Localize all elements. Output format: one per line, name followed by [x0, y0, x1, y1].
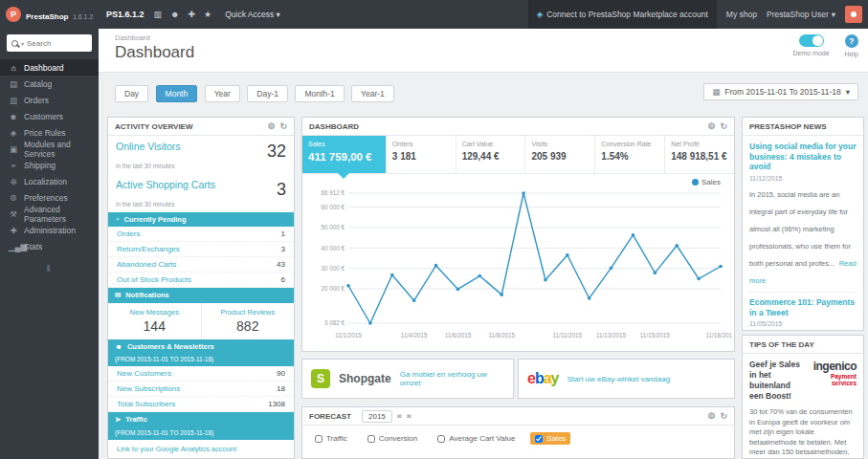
online-visitors-sub: in the last 30 minutes	[108, 163, 294, 174]
sidebar-item-orders[interactable]: ▥ Orders	[0, 92, 99, 108]
gear-icon[interactable]: ⚙	[707, 411, 715, 421]
online-visitors-label[interactable]: Online Visitors	[116, 142, 181, 153]
news-article-title-link[interactable]: Ecommerce 101: Payments in a Tweet	[749, 297, 857, 317]
shop-name[interactable]: PS1.6.1.2	[106, 10, 145, 19]
kpi-sales[interactable]: Sales 411 759,00 €	[302, 136, 387, 173]
sidebar-item-stats[interactable]: ▁▄▆ Stats	[0, 238, 99, 254]
activity-overview-panel: ACTIVITY OVERVIEW ⚙ ↻ Online Visitors 32…	[107, 117, 295, 459]
range-button-day-1[interactable]: Day-1	[247, 85, 288, 102]
caret-down-icon: ▾	[832, 10, 835, 19]
kpi-net-profit[interactable]: Net Profit 148 918,51 €	[665, 136, 734, 173]
prev-year-icon[interactable]: «	[397, 411, 402, 421]
demo-mode-toggle[interactable]	[799, 34, 824, 47]
shopgate-promo-link[interactable]: Ga mobiel en verhoog uw omzet	[400, 370, 504, 387]
date-range-toolbar: Day Month Year Day-1 Month-1 Year-1 ▦ Fr…	[99, 73, 868, 117]
sales-line-chart[interactable]: 66 912 €60 000 €50 000 €40 000 €30 000 €…	[304, 182, 732, 346]
forecast-legend-average-cart-value[interactable]: Average Cart Value	[433, 432, 520, 445]
traffic-checkbox[interactable]	[315, 435, 323, 443]
tips-panel-title: TIPS OF THE DAY	[749, 340, 814, 349]
sidebar-item-localization[interactable]: ⊕ Localization	[0, 173, 99, 189]
sidebar-item-dashboard[interactable]: ⌂ Dashboard	[0, 59, 99, 76]
sidebar-item-advanced-parameters[interactable]: ⚒ Advanced Parameters	[0, 206, 99, 222]
row-value: 43	[277, 260, 285, 269]
pending-row-abandoned-carts[interactable]: Abandoned Carts 43	[108, 257, 294, 273]
sidebar-collapse-button[interactable]: ‖	[0, 264, 99, 273]
topbar-right: ◈ Connect to PrestaShop Marketplace acco…	[528, 0, 868, 29]
shopgate-name: Shopgate	[339, 372, 391, 385]
conversion-checkbox[interactable]	[367, 435, 375, 443]
add-icon[interactable]: ✚	[189, 10, 196, 19]
sidebar-item-shipping[interactable]: ➢ Shipping	[0, 157, 99, 173]
forecast-panel-title: FORECAST	[309, 412, 351, 421]
globe-icon: ⊕	[9, 177, 18, 186]
quick-access-menu[interactable]: Quick Access ▾	[225, 10, 280, 19]
user-menu[interactable]: PrestaShop User ▾	[767, 10, 835, 19]
user-avatar[interactable]	[845, 6, 862, 23]
range-button-day[interactable]: Day	[115, 85, 148, 102]
gear-icon[interactable]: ⚙	[267, 121, 275, 131]
product-reviews-block[interactable]: Product Reviews 882	[201, 303, 295, 339]
sidebar-item-modules[interactable]: ▣ Modules and Services	[0, 141, 99, 157]
active-carts-value: 3	[277, 180, 286, 200]
tips-body: Geef je Sales in het buitenland een Boos…	[743, 354, 863, 459]
kpi-visits[interactable]: Visits 205 939	[525, 136, 595, 173]
refresh-icon[interactable]: ↻	[720, 121, 727, 131]
sidebar-item-preferences[interactable]: ⚙ Preferences	[0, 189, 99, 206]
sidebar-search[interactable]: ▾	[7, 34, 92, 52]
sidebar-item-label: Localization	[24, 177, 67, 186]
range-button-year[interactable]: Year	[205, 85, 240, 102]
kpi-orders[interactable]: Orders 3 181	[387, 136, 456, 173]
sidebar-item-price-rules[interactable]: ◈ Price Rules	[0, 124, 99, 141]
gear-icon[interactable]: ⚙	[707, 121, 715, 131]
pending-row-orders[interactable]: Orders 1	[108, 227, 294, 242]
refresh-icon[interactable]: ↻	[279, 121, 287, 131]
search-input[interactable]	[27, 39, 87, 48]
kpi-cart-value[interactable]: Cart Value 129,44 €	[456, 136, 526, 173]
envelope-icon: ✉	[115, 291, 121, 299]
sidebar-item-administration[interactable]: ✚ Administration	[0, 222, 99, 238]
brand-version: 1.6.1.2	[73, 13, 93, 20]
pending-row-returns[interactable]: Return/Exchanges 3	[108, 242, 294, 257]
kpi-row: Sales 411 759,00 € Orders 3 181 Cart Val…	[302, 136, 734, 174]
brand-name: PrestaShop	[26, 12, 68, 21]
forecast-year-select[interactable]: 2015	[362, 410, 392, 423]
svg-text:30 000 €: 30 000 €	[321, 265, 345, 272]
range-button-year-1[interactable]: Year-1	[351, 85, 394, 102]
row-value: 6	[281, 275, 285, 284]
help-icon[interactable]: ?	[845, 34, 858, 48]
new-messages-block[interactable]: New Messages 144	[108, 303, 201, 339]
stats-icon[interactable]: ★	[204, 10, 211, 19]
ingenico-brand-name: ingenico	[808, 360, 857, 373]
range-button-month[interactable]: Month	[156, 85, 198, 102]
customers-newsletters-title: Customers & Newsletters	[127, 342, 214, 351]
customers-row-total-subscribers[interactable]: Total Subscribers 1308	[108, 397, 294, 412]
next-year-icon[interactable]: »	[407, 411, 412, 421]
sidebar-item-label: Stats	[24, 242, 42, 251]
google-analytics-link[interactable]: Link to your Google Analytics account	[108, 440, 294, 458]
forecast-legend-conversion[interactable]: Conversion	[363, 432, 422, 445]
sales-checkbox[interactable]	[535, 435, 543, 443]
news-article-title-link[interactable]: Using social media for your business: 4 …	[749, 142, 857, 172]
customers-row-new-customers[interactable]: New Customers 90	[108, 366, 294, 382]
marketplace-connect-button[interactable]: ◈ Connect to PrestaShop Marketplace acco…	[528, 0, 717, 29]
ebay-promo-link[interactable]: Start uw eBay-winkel vandaag	[568, 375, 671, 383]
forecast-legend-sales[interactable]: Sales	[530, 432, 570, 445]
active-carts-label[interactable]: Active Shopping Carts	[116, 180, 215, 191]
sidebar-item-customers[interactable]: ☻ Customers	[0, 108, 99, 124]
my-shop-link[interactable]: My shop	[726, 10, 757, 19]
kpi-conversion-rate[interactable]: Conversion Rate 1.54%	[595, 136, 665, 173]
sidebar-item-catalog[interactable]: ▤ Catalog	[0, 76, 99, 92]
pending-row-out-of-stock[interactable]: Out of Stock Products 6	[108, 273, 294, 288]
search-icon	[11, 40, 18, 47]
range-button-month-1[interactable]: Month-1	[295, 85, 344, 102]
customers-icon[interactable]: ☻	[170, 10, 179, 19]
orders-icon[interactable]: ▥	[154, 10, 163, 19]
customers-row-new-subscriptions[interactable]: New Subscriptions 18	[108, 382, 294, 397]
date-range-picker[interactable]: ▦ From 2015-11-01 To 2015-11-18 ▾	[703, 83, 858, 100]
chart-legend[interactable]: Sales	[692, 178, 721, 186]
forecast-legend-traffic[interactable]: Traffic	[310, 432, 352, 445]
refresh-icon[interactable]: ↻	[720, 411, 727, 421]
chip-label: Conversion	[379, 434, 417, 443]
average-cart-value-checkbox[interactable]	[437, 435, 445, 443]
traffic-icon: ➤	[115, 415, 121, 424]
